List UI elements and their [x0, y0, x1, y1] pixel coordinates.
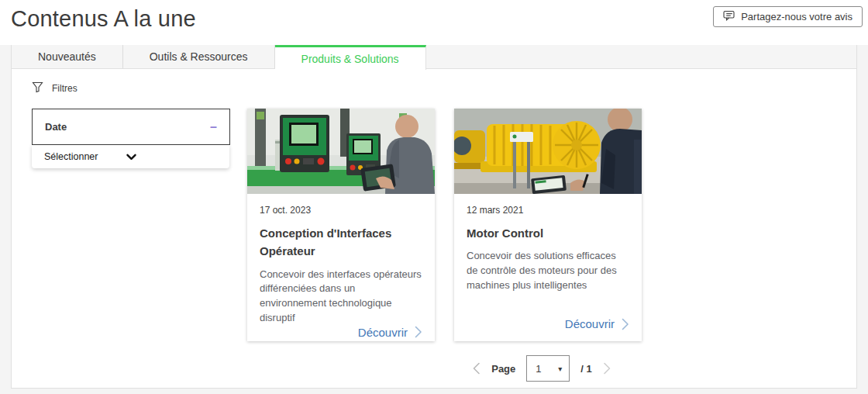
filters-label: Filtres	[52, 83, 78, 94]
tab-label: Nouveautés	[38, 50, 96, 63]
filter-group-date[interactable]: Date –	[32, 109, 230, 145]
tab-bar: Nouveautés Outils & Ressources Produits …	[12, 45, 856, 69]
tab-content: Filtres Date – Sélectionner	[12, 69, 856, 382]
filters-toggle[interactable]: Filtres	[32, 81, 836, 95]
content-card-interfaces-operateur[interactable]: 17 oct. 2023 Conception d'Interfaces Opé…	[247, 109, 435, 341]
card-date: 17 oct. 2023	[260, 205, 422, 216]
feedback-button-label: Partagez-nous votre avis	[741, 11, 852, 22]
card-date: 12 mars 2021	[467, 205, 629, 216]
tab-label: Produits & Solutions	[301, 53, 399, 65]
chevron-down-icon	[126, 154, 136, 161]
page-title: Contenus A la une	[11, 6, 196, 32]
card-description: Concevoir des solutions efficaces de con…	[467, 249, 629, 293]
filter-funnel-icon	[32, 81, 43, 96]
tab-label: Outils & Ressources	[150, 50, 248, 63]
card-title: Motor Control	[467, 224, 629, 242]
collapse-minus-icon: –	[210, 121, 217, 133]
next-page-icon[interactable]	[603, 362, 611, 375]
page-select[interactable]: 1 ▾	[526, 355, 570, 382]
card-image-yellow-motors	[454, 109, 642, 194]
tab-outils-ressources[interactable]: Outils & Ressources	[123, 45, 275, 68]
card-image-factory-hmi	[247, 109, 435, 194]
card-title: Conception d'Interfaces Opérateur	[260, 224, 422, 261]
date-select-dropdown[interactable]: Sélectionner	[32, 145, 229, 168]
filter-sidebar: Date – Sélectionner	[32, 109, 230, 382]
tab-produits-solutions[interactable]: Produits & Solutions	[275, 45, 426, 70]
page-header: Contenus A la une Partagez-nous votre av…	[0, 0, 868, 45]
feedback-bubble-icon	[723, 10, 735, 23]
discover-link-label: Découvrir	[565, 317, 615, 330]
cards-row: 17 oct. 2023 Conception d'Interfaces Opé…	[247, 109, 836, 341]
date-select-placeholder: Sélectionner	[44, 151, 98, 162]
discover-link-label: Découvrir	[358, 326, 408, 339]
feedback-button[interactable]: Partagez-nous votre avis	[713, 6, 863, 27]
card-body: 12 mars 2021 Motor Control Concevoir des…	[454, 194, 642, 341]
select-caret-icon: ▾	[558, 365, 562, 373]
card-body: 17 oct. 2023 Conception d'Interfaces Opé…	[247, 194, 435, 350]
card-description: Concevoir des interfaces opérateurs diff…	[260, 268, 422, 326]
filter-group-name: Date	[45, 121, 67, 133]
featured-content-panel: Nouveautés Outils & Ressources Produits …	[11, 45, 857, 389]
pagination: Page 1 ▾ / 1	[247, 354, 836, 382]
page-total: / 1	[580, 363, 591, 375]
chevron-right-icon	[415, 326, 422, 338]
discover-link[interactable]: Découvrir	[260, 326, 422, 339]
page-label: Page	[491, 363, 515, 375]
current-page-value: 1	[536, 363, 541, 375]
tab-nouveautes[interactable]: Nouveautés	[12, 45, 123, 68]
content-card-motor-control[interactable]: 12 mars 2021 Motor Control Concevoir des…	[454, 109, 642, 341]
discover-link[interactable]: Découvrir	[467, 317, 629, 330]
chevron-right-icon	[622, 318, 629, 330]
previous-page-icon[interactable]	[472, 362, 480, 375]
cards-area: 17 oct. 2023 Conception d'Interfaces Opé…	[247, 109, 836, 382]
